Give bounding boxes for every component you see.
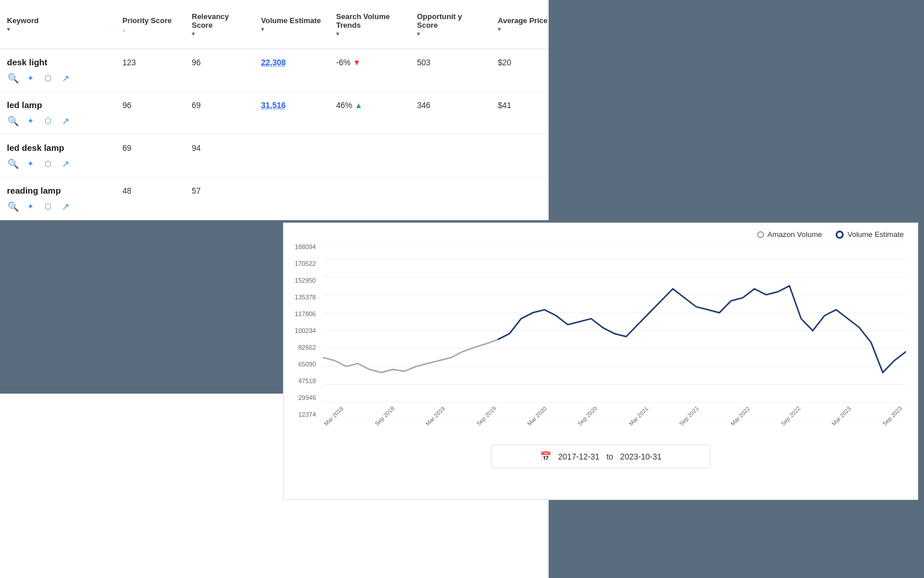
- col-priority[interactable]: Priority Score ↓: [116, 12, 185, 38]
- row-reading-lamp: reading lamp 48 57 🔍 ✦ ⬡ ↗: [0, 177, 549, 220]
- kw-trend-1: 46% ▲: [329, 101, 410, 110]
- amazon-volume-line: [323, 340, 498, 373]
- x-axis: Mar 2018 Sep 2018 Mar 2019 Sep 2019 Mar …: [323, 420, 906, 438]
- date-to: 2023-10-31: [620, 452, 662, 461]
- volume-estimate-line: [498, 286, 906, 373]
- y-label-5: 100234: [289, 327, 319, 334]
- y-label-0: 12374: [289, 411, 319, 418]
- col-svt-label: Search Volume Trends: [336, 12, 403, 29]
- col-volume[interactable]: Volume Estimate ▾: [254, 12, 329, 37]
- col-keyword-label: Keyword: [7, 16, 39, 25]
- kw-actions-3: 🔍 ✦ ⬡ ↗: [0, 198, 549, 220]
- y-label-4: 82662: [289, 344, 319, 351]
- external-icon-0[interactable]: ↗: [59, 72, 72, 84]
- col-svt-sort[interactable]: ▾: [336, 31, 339, 37]
- kw-actions-2: 🔍 ✦ ⬡ ↗: [0, 155, 549, 177]
- date-range-bar[interactable]: 📅 2017-12-31 to 2023-10-31: [491, 444, 710, 468]
- legend-amazon-dot: [757, 231, 764, 238]
- col-keyword-sort[interactable]: ▾: [7, 26, 10, 32]
- y-axis: 12374 29946 47518 65090 82662 100234 117…: [289, 241, 321, 420]
- legend-estimate-dot: [836, 231, 844, 239]
- col-opp-sort[interactable]: ▾: [417, 31, 420, 37]
- kw-priority-0: 123: [116, 58, 185, 67]
- kw-trend-arrow-0: ▼: [353, 58, 361, 67]
- kw-relevancy-1: 69: [185, 101, 254, 110]
- link-icon-2[interactable]: ⬡: [42, 157, 54, 170]
- kw-priority-3: 48: [116, 186, 185, 195]
- calendar-icon: 📅: [540, 451, 552, 462]
- kw-relevancy-2: 94: [185, 143, 254, 153]
- col-opp[interactable]: Opportunit y Score ▾: [410, 8, 491, 42]
- chart-panel: Amazon Volume Volume Estimate 12374 2994…: [283, 223, 918, 500]
- col-relevancy-label: Relevancy Score: [192, 12, 247, 29]
- y-label-1: 29946: [289, 394, 319, 401]
- y-label-9: 170522: [289, 260, 319, 267]
- col-opp-label: Opportunit y Score: [417, 12, 484, 29]
- kw-name-3: reading lamp: [0, 186, 116, 195]
- col-price-label: Average Price: [498, 16, 547, 25]
- y-label-2: 47518: [289, 377, 319, 384]
- date-from: 2017-12-31: [558, 452, 600, 461]
- row-led-lamp: led lamp 96 69 31,516 46% ▲ 346 $41 🔍 ✦ …: [0, 92, 549, 135]
- kw-name-0: desk light: [0, 57, 116, 67]
- kw-trend-arrow-1: ▲: [355, 101, 363, 110]
- chart-svg: [323, 241, 906, 420]
- row-led-desk-lamp: led desk lamp 69 94 🔍 ✦ ⬡ ↗: [0, 135, 549, 177]
- search-icon-0[interactable]: 🔍: [7, 72, 20, 84]
- kw-priority-1: 96: [116, 101, 185, 110]
- chart-area: 12374 29946 47518 65090 82662 100234 117…: [289, 241, 906, 438]
- link-icon-3[interactable]: ⬡: [42, 200, 54, 213]
- col-svt[interactable]: Search Volume Trends ▾: [329, 8, 410, 42]
- grid-icon-1[interactable]: ✦: [24, 114, 37, 127]
- kw-relevancy-0: 96: [185, 58, 254, 67]
- kw-trend-val-0: -6%: [336, 58, 351, 67]
- y-label-8: 152950: [289, 277, 319, 284]
- col-keyword[interactable]: Keyword ▾: [0, 12, 116, 37]
- kw-trend-0: -6% ▼: [329, 58, 410, 67]
- kw-name-1: led lamp: [0, 100, 116, 110]
- kw-price-0: $20: [491, 58, 549, 67]
- external-icon-3[interactable]: ↗: [59, 200, 72, 213]
- y-label-7: 135378: [289, 294, 319, 301]
- search-icon-3[interactable]: 🔍: [7, 200, 20, 213]
- legend-amazon: Amazon Volume: [757, 230, 822, 239]
- y-label-10: 188094: [289, 243, 319, 250]
- kw-price-1: $41: [491, 101, 549, 110]
- table-header: Keyword ▾ Priority Score ↓ Relevancy Sco…: [0, 0, 549, 49]
- search-icon-2[interactable]: 🔍: [7, 157, 20, 170]
- kw-relevancy-3: 57: [185, 186, 254, 195]
- legend-amazon-label: Amazon Volume: [767, 230, 822, 239]
- legend-estimate: Volume Estimate: [836, 230, 904, 239]
- col-relevancy-sort[interactable]: ▾: [192, 31, 195, 37]
- col-priority-sort[interactable]: ↓: [122, 26, 126, 33]
- link-icon-1[interactable]: ⬡: [42, 114, 54, 127]
- y-label-6: 117806: [289, 310, 319, 317]
- col-volume-label: Volume Estimate: [261, 16, 321, 25]
- search-icon-1[interactable]: 🔍: [7, 114, 20, 127]
- col-relevancy[interactable]: Relevancy Score ▾: [185, 8, 254, 42]
- external-icon-2[interactable]: ↗: [59, 157, 72, 170]
- grid-icon-0[interactable]: ✦: [24, 72, 37, 84]
- link-icon-0[interactable]: ⬡: [42, 72, 54, 84]
- col-price[interactable]: Average Price ▾: [491, 12, 549, 37]
- y-label-3: 65090: [289, 361, 319, 368]
- kw-name-2: led desk lamp: [0, 143, 116, 153]
- kw-opp-1: 346: [410, 101, 491, 110]
- kw-trend-val-1: 46%: [336, 101, 352, 110]
- grid-icon-3[interactable]: ✦: [24, 200, 37, 213]
- kw-actions-0: 🔍 ✦ ⬡ ↗: [0, 69, 549, 91]
- kw-volume-0[interactable]: 22,308: [254, 58, 329, 67]
- col-volume-sort[interactable]: ▾: [261, 26, 264, 32]
- kw-opp-0: 503: [410, 58, 491, 67]
- date-separator: to: [606, 452, 613, 461]
- row-desk-light: desk light 123 96 22,308 -6% ▼ 503 $20 🔍…: [0, 49, 549, 92]
- chart-legend: Amazon Volume Volume Estimate: [284, 223, 918, 241]
- kw-priority-2: 69: [116, 143, 185, 153]
- col-priority-label: Priority Score: [122, 16, 172, 25]
- external-icon-1[interactable]: ↗: [59, 114, 72, 127]
- grid-icon-2[interactable]: ✦: [24, 157, 37, 170]
- col-price-sort[interactable]: ▾: [498, 26, 501, 32]
- kw-actions-1: 🔍 ✦ ⬡ ↗: [0, 112, 549, 134]
- legend-estimate-label: Volume Estimate: [847, 230, 904, 239]
- kw-volume-1[interactable]: 31,516: [254, 101, 329, 110]
